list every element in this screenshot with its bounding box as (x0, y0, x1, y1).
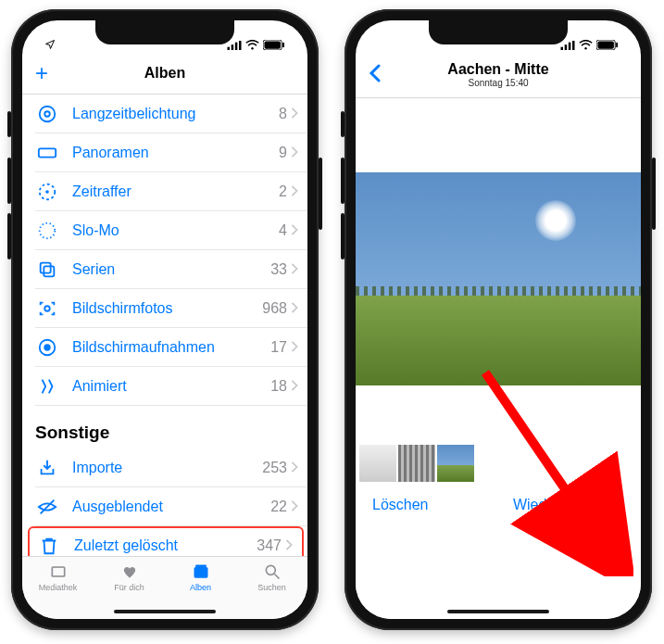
svg-point-8 (40, 106, 56, 121)
photo-main[interactable] (356, 172, 641, 385)
chevron-right-icon (291, 261, 298, 278)
row-count: 33 (270, 261, 287, 278)
page-title: Aachen - Mitte (447, 61, 548, 78)
panorama-icon (35, 141, 59, 165)
row-count: 347 (257, 537, 282, 554)
row-recently-deleted[interactable]: Zuletzt gelöscht 347 (28, 526, 304, 556)
photo-viewer[interactable]: Löschen Wiederherstellen (356, 98, 641, 619)
row-label: Zuletzt gelöscht (74, 537, 257, 554)
tab-foryou[interactable]: Für dich (94, 562, 165, 592)
tab-label: Für dich (114, 583, 144, 592)
phone-left: + Alben Langzeitbelichtung 8 Panoramen 9… (11, 9, 319, 630)
row-long-exposure[interactable]: Langzeitbelichtung 8 (35, 95, 307, 133)
row-screenshots[interactable]: Bildschirmfotos 968 (35, 289, 307, 328)
row-count: 4 (279, 222, 287, 239)
notch (429, 20, 568, 44)
back-button[interactable] (369, 62, 382, 88)
location-icon (44, 39, 56, 50)
svg-point-24 (266, 565, 275, 575)
svg-line-25 (274, 575, 279, 579)
svg-point-13 (40, 222, 56, 238)
tab-albums[interactable]: Alben (165, 562, 236, 592)
animated-icon (35, 374, 59, 398)
wifi-icon (579, 40, 593, 50)
row-screenrecordings[interactable]: Bildschirmaufnahmen 17 (35, 328, 307, 367)
page-title: Alben (144, 65, 185, 82)
svg-rect-1 (232, 44, 234, 50)
svg-rect-14 (41, 262, 51, 272)
screenrec-icon (35, 335, 59, 360)
row-hidden[interactable]: Ausgeblendet 22 (35, 487, 307, 526)
row-label: Slo-Mo (72, 222, 279, 239)
trash-icon (37, 534, 61, 556)
home-indicator[interactable] (114, 610, 216, 613)
row-label: Animiert (72, 378, 270, 395)
timelapse-icon (35, 180, 59, 204)
svg-rect-28 (569, 42, 571, 49)
chevron-right-icon (291, 339, 298, 356)
screen-left: + Alben Langzeitbelichtung 8 Panoramen 9… (22, 20, 307, 619)
svg-rect-29 (572, 41, 575, 50)
screenshot-icon (35, 297, 59, 321)
tab-library[interactable]: Mediathek (22, 562, 94, 592)
chevron-left-icon (369, 64, 382, 82)
bottom-toolbar: Löschen Wiederherstellen (356, 482, 641, 536)
hidden-icon (35, 495, 59, 519)
svg-point-30 (584, 47, 586, 49)
section-other: Sonstige (35, 406, 307, 448)
svg-line-19 (41, 499, 55, 513)
sun-icon (535, 200, 576, 241)
row-count: 8 (279, 106, 287, 122)
thumbnail[interactable] (398, 445, 435, 482)
svg-point-18 (44, 344, 50, 350)
row-animated[interactable]: Animiert 18 (35, 367, 307, 406)
signal-icon (560, 41, 575, 50)
wifi-icon (245, 40, 259, 50)
screen-right: Aachen - Mitte Sonntag 15:40 Löschen W (356, 20, 641, 619)
thumbnail[interactable] (359, 445, 396, 482)
delete-button[interactable]: Löschen (372, 497, 429, 513)
home-indicator[interactable] (447, 610, 549, 613)
row-count: 968 (262, 300, 287, 317)
svg-rect-21 (53, 568, 64, 575)
page-subtitle: Sonntag 15:40 (447, 78, 548, 88)
svg-point-9 (44, 111, 50, 117)
thumbnail-selected[interactable] (437, 445, 474, 482)
row-slomo[interactable]: Slo-Mo 4 (35, 211, 307, 250)
svg-rect-27 (565, 44, 568, 50)
svg-rect-22 (194, 567, 207, 578)
row-timelapse[interactable]: Zeitraffer 2 (35, 172, 307, 211)
tab-label: Alben (190, 583, 211, 592)
row-burst[interactable]: Serien 33 (35, 250, 307, 289)
row-label: Importe (72, 460, 262, 476)
row-label: Bildschirmfotos (72, 300, 262, 317)
album-list[interactable]: Langzeitbelichtung 8 Panoramen 9 Zeitraf… (22, 95, 307, 556)
add-button[interactable]: + (35, 60, 48, 86)
row-label: Langzeitbelichtung (72, 106, 279, 122)
svg-rect-7 (282, 43, 284, 48)
row-count: 253 (262, 460, 287, 476)
signal-icon (227, 41, 242, 50)
row-count: 2 (279, 183, 287, 200)
row-label: Panoramen (72, 145, 279, 161)
row-imports[interactable]: Importe 253 (35, 448, 307, 487)
row-label: Bildschirmaufnahmen (72, 339, 270, 356)
long-exposure-icon (35, 102, 59, 126)
chevron-right-icon (291, 222, 298, 239)
tab-search[interactable]: Suchen (236, 562, 307, 592)
import-icon (35, 456, 59, 480)
restore-button[interactable]: Wiederherstellen (513, 497, 624, 513)
row-panorama[interactable]: Panoramen 9 (35, 133, 307, 172)
tab-label: Mediathek (39, 583, 78, 592)
svg-point-4 (251, 47, 253, 49)
tab-label: Suchen (257, 583, 286, 592)
notch (95, 20, 234, 44)
chevron-right-icon (291, 300, 298, 317)
chevron-right-icon (291, 460, 298, 476)
row-count: 9 (279, 145, 287, 161)
burst-icon (35, 258, 59, 282)
thumbnail-strip[interactable] (356, 441, 641, 482)
svg-point-12 (45, 190, 49, 194)
svg-rect-3 (239, 41, 242, 50)
battery-icon (596, 40, 619, 50)
